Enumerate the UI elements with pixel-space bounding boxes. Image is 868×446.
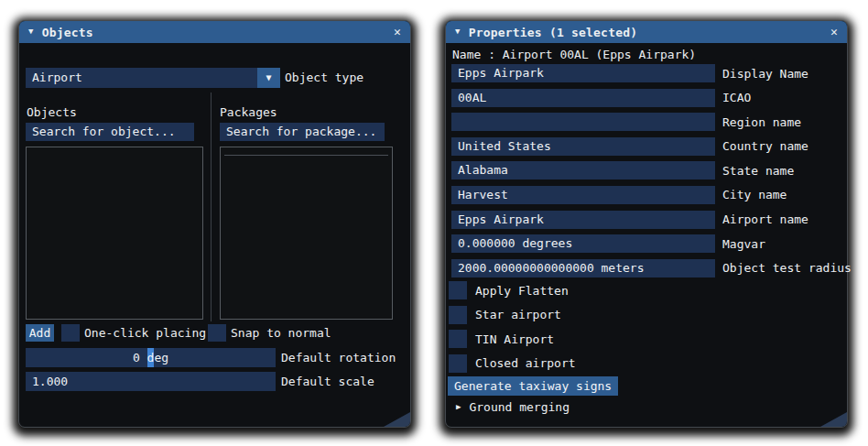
objects-column-label: Objects (27, 105, 77, 119)
state-name-input[interactable]: Alabama (451, 161, 715, 179)
default-scale-label: Default scale (281, 372, 374, 391)
packages-list[interactable] (220, 147, 393, 320)
default-scale-input[interactable]: 1.000 (26, 372, 276, 391)
object-test-radius-label: Object test radius (722, 261, 852, 275)
closed-airport-checkbox[interactable] (449, 354, 467, 373)
region-name-label: Region name (722, 115, 801, 129)
checkbox-row: Closed airport (449, 354, 576, 373)
snap-to-normal-label: Snap to normal (231, 326, 331, 340)
property-row: Epps Airpark Airport name (451, 211, 852, 229)
object-test-radius-input[interactable]: 2000.00000000000000 meters (451, 259, 715, 277)
resize-handle[interactable] (820, 412, 847, 427)
closed-airport-label: Closed airport (475, 356, 576, 370)
property-row: 2000.00000000000000 meters Object test r… (451, 259, 852, 277)
properties-panel: ▼ Properties (1 selected) ✕ Name : Airpo… (445, 20, 848, 428)
close-icon[interactable]: ✕ (394, 21, 401, 43)
objects-panel-title: Objects (42, 26, 93, 39)
collapse-triangle-icon[interactable]: ▼ (455, 27, 461, 36)
object-search-input[interactable]: Search for object... (26, 123, 194, 141)
editor-workspace: ▼ Objects ✕ Airport ▼ Object type Object… (0, 0, 868, 446)
selected-object-name: Name : Airport 00AL (Epps Airpark) (452, 48, 696, 61)
package-search-input[interactable]: Search for package... (220, 123, 385, 141)
country-name-label: Country name (722, 139, 808, 153)
properties-panel-title: Properties (1 selected) (469, 26, 638, 39)
close-icon[interactable]: ✕ (830, 21, 838, 43)
one-click-placing-label: One-click placing (84, 326, 206, 340)
tin-airport-label: TIN Airport (475, 332, 554, 346)
magvar-label: Magvar (722, 237, 765, 251)
apply-flatten-label: Apply Flatten (475, 284, 569, 298)
tin-airport-checkbox[interactable] (449, 330, 467, 348)
default-rotation-input[interactable]: 0 deg (26, 348, 276, 367)
star-airport-checkbox[interactable] (449, 306, 467, 324)
display-name-input[interactable]: Epps Airpark (451, 64, 715, 82)
property-row: United States Country name (451, 137, 852, 156)
properties-fields: Epps Airpark Display Name 00AL ICAO Regi… (451, 64, 852, 277)
property-row: Harvest City name (451, 186, 852, 204)
icao-input[interactable]: 00AL (451, 89, 715, 107)
ground-merging-section[interactable]: ▶ Ground merging (456, 399, 570, 414)
rotation-value-post: eg (154, 348, 168, 367)
default-rotation-label: Default rotation (281, 348, 396, 367)
resize-handle[interactable] (384, 412, 410, 427)
apply-flatten-checkbox[interactable] (449, 281, 467, 299)
checkbox-row: Apply Flatten (449, 281, 576, 299)
generate-taxiway-signs-button[interactable]: Generate taxiway signs (448, 376, 618, 396)
properties-panel-titlebar[interactable]: ▼ Properties (1 selected) ✕ (446, 21, 847, 43)
object-type-dropdown-button[interactable]: ▼ (257, 68, 280, 88)
star-airport-label: Star airport (475, 308, 561, 321)
add-button[interactable]: Add (26, 324, 54, 342)
property-row: Alabama State name (451, 161, 852, 179)
ground-merging-label: Ground merging (469, 400, 570, 414)
icao-label: ICAO (722, 91, 751, 104)
display-name-label: Display Name (722, 67, 808, 81)
rotation-value-pre: 0 (133, 348, 147, 367)
region-name-input[interactable] (451, 113, 715, 131)
snap-to-normal-checkbox[interactable] (208, 324, 226, 342)
property-row: Region name (451, 113, 852, 131)
packages-list-separator (224, 155, 388, 156)
airport-name-input[interactable]: Epps Airpark (451, 211, 715, 229)
magvar-input[interactable]: 0.000000 degrees (451, 234, 715, 253)
object-type-dropdown[interactable]: Airport (26, 68, 257, 88)
objects-panel-titlebar[interactable]: ▼ Objects ✕ (19, 21, 410, 43)
chevron-down-icon: ▼ (266, 72, 271, 82)
properties-checkboxes: Apply Flatten Star airport TIN Airport C… (449, 281, 576, 373)
objects-panel: ▼ Objects ✕ Airport ▼ Object type Object… (18, 20, 411, 428)
property-row: 0.000000 degrees Magvar (451, 234, 852, 253)
country-name-input[interactable]: United States (451, 137, 715, 156)
state-name-label: State name (722, 164, 794, 178)
property-row: 00AL ICAO (451, 89, 852, 107)
objects-list[interactable] (26, 147, 203, 320)
column-divider (211, 92, 212, 321)
checkbox-row: TIN Airport (449, 330, 576, 348)
expand-triangle-icon[interactable]: ▶ (456, 402, 461, 411)
checkbox-row: Star airport (449, 306, 576, 324)
airport-name-label: Airport name (722, 212, 808, 226)
city-name-input[interactable]: Harvest (451, 186, 715, 204)
one-click-placing-checkbox[interactable] (61, 324, 80, 342)
text-cursor: d (147, 348, 155, 367)
collapse-triangle-icon[interactable]: ▼ (28, 27, 34, 36)
packages-column-label: Packages (220, 105, 277, 119)
object-type-label: Object type (285, 68, 363, 88)
property-row: Epps Airpark Display Name (451, 64, 852, 82)
city-name-label: City name (722, 188, 787, 201)
